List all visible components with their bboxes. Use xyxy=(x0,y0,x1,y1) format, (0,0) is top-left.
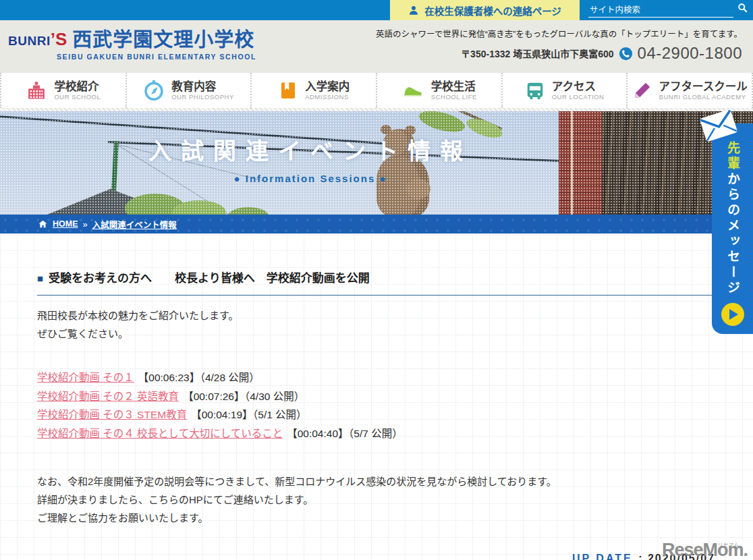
banner-label: 先輩からのメッセージ xyxy=(723,141,742,296)
search-button[interactable] xyxy=(733,3,749,18)
breadcrumb-separator: » xyxy=(83,219,88,229)
video-meta: 【00:07:26】（4/30 公開） xyxy=(183,391,304,402)
intro-paragraph: 飛田校長が本校の魅力をご紹介いたします。 ぜひご覧ください。 xyxy=(37,306,715,343)
video-link-2[interactable]: 学校紹介動画 その２ 英語教育 xyxy=(37,391,179,402)
section-heading: ■受験をお考えの方へ 校長より皆様へ 学校紹介動画を公開 xyxy=(37,269,715,296)
main-content: ■受験をお考えの方へ 校長より皆様へ 学校紹介動画を公開 飛田校長が本校の魅力を… xyxy=(0,233,753,560)
nav-item-admissions[interactable]: 入学案内ADMISSIONS xyxy=(250,73,376,108)
update-date-row: UP DATE : 2020/05/07 xyxy=(37,553,715,560)
nav-item-access[interactable]: アクセスOUR LOCATION xyxy=(501,73,627,108)
compass-icon xyxy=(143,80,165,101)
person-icon xyxy=(408,5,419,16)
notice-paragraph: なお、令和2年度開催予定の説明会等につきまして、新型コロナウイルス感染の状況を見… xyxy=(37,472,715,527)
header-contact-block: 英語のシャワーで世界に発信“高き志”をもったグローバルな真の「トップエリート」を… xyxy=(376,27,742,63)
list-item: 学校紹介動画 その１【00:06:23】（4/28 公開） xyxy=(37,368,715,387)
book-icon xyxy=(278,80,298,101)
nav-label: 入学案内 xyxy=(305,80,350,93)
list-item: 学校紹介動画 その４ 校長として大切にしていること【00:04:40】（5/7 … xyxy=(37,424,715,443)
hero-banner: 入試関連イベント情報 ● Information Sessions ● xyxy=(0,111,753,215)
nav-sublabel: SCHOOL LIFE xyxy=(431,93,477,101)
school-name-en: SEIBU GAKUEN BUNRI ELEMENTARY SCHOOL xyxy=(57,53,256,61)
logo-wordmark: BUNRI’S xyxy=(8,29,67,51)
nav-sublabel: ADMISSIONS xyxy=(305,93,350,101)
nav-sublabel: OUR SCHOOL xyxy=(54,93,101,101)
pencil-icon xyxy=(632,80,652,101)
nav-item-education[interactable]: 教育内容OUR PHILOSOPHY xyxy=(125,73,251,108)
tagline: 英語のシャワーで世界に発信“高き志”をもったグローバルな真の「トップエリート」を… xyxy=(376,27,742,40)
nav-label: アクセス xyxy=(552,80,605,93)
site-search xyxy=(588,0,749,20)
video-meta: 【00:06:23】（4/28 公開） xyxy=(138,372,260,383)
video-meta: 【00:04:19】（5/1 公開） xyxy=(191,409,306,420)
play-icon xyxy=(721,303,744,326)
school-name: 西武学園文理小学校 xyxy=(72,28,254,51)
parent-contact-label: 在校生保護者様への連絡ページ xyxy=(424,3,561,18)
nav-sublabel: OUR PHILOSOPHY xyxy=(171,93,234,101)
nav-item-school-intro[interactable]: 学校紹介OUR SCHOOL xyxy=(0,73,125,108)
nav-sublabel: OUR LOCATION xyxy=(552,93,605,101)
nav-label: 教育内容 xyxy=(171,80,234,93)
address: 〒350-1332 埼玉県狭山市下奥富600 xyxy=(461,47,613,60)
page-title: 入試関連イベント情報 xyxy=(0,133,621,166)
school-building-icon xyxy=(26,80,47,101)
update-label: UP DATE xyxy=(572,553,633,560)
nav-label: アフタースクール xyxy=(659,80,748,93)
phone-icon xyxy=(619,47,633,61)
breadcrumb-current-link[interactable]: 入試関連イベント情報 xyxy=(92,218,177,231)
school-logo[interactable]: BUNRI’S 西武学園文理小学校 SEIBU GAKUEN BUNRI ELE… xyxy=(8,28,256,61)
senpai-message-banner[interactable]: 先輩からのメッセージ xyxy=(712,123,753,334)
intro-line: 飛田校長が本校の魅力をご紹介いたします。 xyxy=(37,306,715,325)
parent-contact-button[interactable]: 在校生保護者様への連絡ページ xyxy=(390,0,580,20)
header: BUNRI’S 西武学園文理小学校 SEIBU GAKUEN BUNRI ELE… xyxy=(0,20,753,73)
home-icon xyxy=(38,219,48,229)
watermark-ruby: リセマム xyxy=(718,535,740,555)
notice-line: ご理解とご協力をお願いいたします。 xyxy=(37,509,715,527)
breadcrumb: HOME » 入試関連イベント情報 xyxy=(0,215,753,233)
main-nav: 学校紹介OUR SCHOOL 教育内容OUR PHILOSOPHY 入学案内AD… xyxy=(0,73,753,108)
nav-label: 学校生活 xyxy=(431,80,477,93)
nav-item-school-life[interactable]: 学校生活SCHOOL LIFE xyxy=(376,73,501,108)
video-link-list: 学校紹介動画 その１【00:06:23】（4/28 公開） 学校紹介動画 その２… xyxy=(37,368,715,443)
page: 在校生保護者様への連絡ページ BUNRI’S 西武学園文理小学校 SEIBU G… xyxy=(0,0,753,560)
heading-text: 受験をお考えの方へ 校長より皆様へ 学校紹介動画を公開 xyxy=(49,272,370,285)
resemom-watermark: リセマム ReseMom. xyxy=(662,540,748,560)
nav-sublabel: BUNRI GLOBAL ACADEMY xyxy=(659,93,748,101)
shoe-icon xyxy=(401,80,424,101)
search-icon xyxy=(737,3,748,13)
video-link-4[interactable]: 学校紹介動画 その４ 校長として大切にしていること xyxy=(37,428,283,439)
video-meta: 【00:04:40】（5/7 公開） xyxy=(287,428,402,439)
page-subtitle: ● Information Sessions ● xyxy=(0,173,621,184)
heading-bullet: ■ xyxy=(37,273,43,284)
phone-number[interactable]: 04-2900-1800 xyxy=(638,44,742,63)
intro-line: ぜひご覧ください。 xyxy=(37,325,715,343)
breadcrumb-home-link[interactable]: HOME xyxy=(53,219,78,229)
video-link-1[interactable]: 学校紹介動画 その１ xyxy=(37,372,134,383)
nav-item-after-school[interactable]: アフタースクールBUNRI GLOBAL ACADEMY xyxy=(626,73,753,108)
list-item: 学校紹介動画 その３ STEM教育【00:04:19】（5/1 公開） xyxy=(37,405,715,424)
topbar: 在校生保護者様への連絡ページ xyxy=(0,0,753,20)
search-input[interactable] xyxy=(588,3,733,18)
notice-line: 詳細が決まりましたら、こちらのHPにてご連絡いたします。 xyxy=(37,491,715,509)
bus-icon xyxy=(525,80,545,101)
video-link-3[interactable]: 学校紹介動画 その３ STEM教育 xyxy=(37,409,187,420)
nav-label: 学校紹介 xyxy=(54,80,101,93)
list-item: 学校紹介動画 その２ 英語教育【00:07:26】（4/30 公開） xyxy=(37,387,715,406)
notice-line: なお、令和2年度開催予定の説明会等につきまして、新型コロナウイルス感染の状況を見… xyxy=(37,472,715,491)
